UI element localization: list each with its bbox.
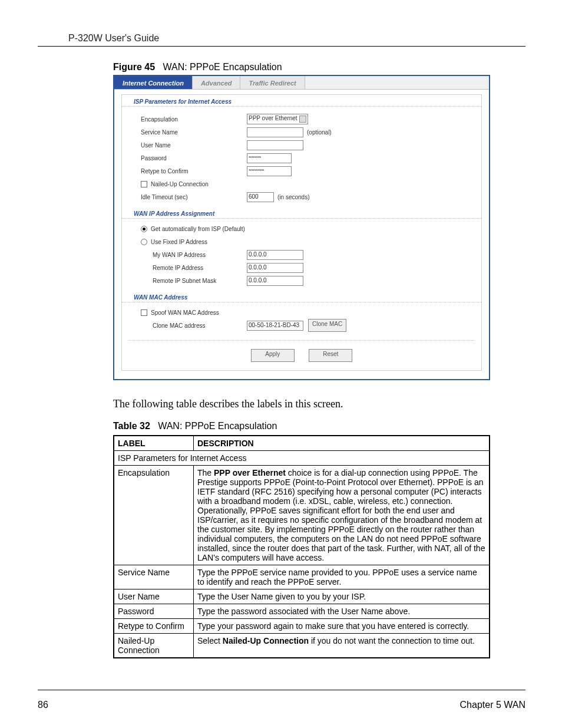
tab-traffic-redirect[interactable]: Traffic Redirect bbox=[240, 76, 305, 89]
section-wan-mac-header: WAN MAC Address bbox=[122, 291, 481, 302]
chapter-label: Chapter 5 WAN bbox=[460, 700, 525, 710]
remote-subnet-label: Remote IP Subnet Mask bbox=[153, 278, 247, 284]
doc-title: P-320W User's Guide bbox=[68, 33, 525, 44]
idle-timeout-label: Idle Timeout (sec) bbox=[141, 194, 247, 200]
remote-ip-input[interactable]: 0.0.0.0 bbox=[247, 263, 303, 273]
my-wan-ip-label: My WAN IP Address bbox=[153, 252, 247, 258]
my-wan-ip-input[interactable]: 0.0.0.0 bbox=[247, 250, 303, 260]
user-name-input[interactable] bbox=[247, 140, 303, 150]
spoof-mac-label: Spoof WAN MAC Address bbox=[151, 309, 219, 316]
cell-label: User Name bbox=[114, 589, 194, 604]
cell-desc: Select Nailed-Up Connection if you do no… bbox=[194, 634, 490, 658]
clone-mac-input[interactable]: 00-50-18-21-BD-43 bbox=[247, 321, 303, 331]
table-row: Retype to Confirm Type your password aga… bbox=[114, 619, 490, 634]
table-row: Nailed-Up Connection Select Nailed-Up Co… bbox=[114, 634, 490, 658]
cell-desc: Type the password associated with the Us… bbox=[194, 604, 490, 619]
th-label: LABEL bbox=[114, 436, 194, 451]
description-table: LABEL DESCRIPTION ISP Parameters for Int… bbox=[113, 435, 490, 658]
cell-label: Service Name bbox=[114, 565, 194, 589]
nailed-up-label: Nailed-Up Connection bbox=[151, 181, 209, 187]
use-fixed-label: Use Fixed IP Address bbox=[151, 239, 207, 245]
idle-timeout-input[interactable]: 600 bbox=[247, 192, 274, 202]
user-name-label: User Name bbox=[141, 142, 247, 149]
retype-label: Retype to Confirm bbox=[141, 168, 247, 174]
encapsulation-label: Encapsulation bbox=[141, 116, 247, 123]
figure-label: Figure 45 bbox=[113, 62, 155, 72]
cell-label: Password bbox=[114, 604, 194, 619]
cell-desc: Type your password again to make sure th… bbox=[194, 619, 490, 634]
apply-button[interactable]: Apply bbox=[251, 349, 295, 362]
remote-subnet-input[interactable]: 0.0.0.0 bbox=[247, 276, 303, 286]
body-text: The following table describes the labels… bbox=[113, 398, 525, 410]
cell-label: Encapsulation bbox=[114, 466, 194, 565]
footer: 86 Chapter 5 WAN bbox=[38, 700, 525, 710]
radio-use-fixed[interactable] bbox=[141, 239, 147, 245]
nailed-up-checkbox[interactable] bbox=[141, 181, 147, 187]
figure-text: WAN: PPPoE Encapsulation bbox=[163, 62, 282, 72]
tab-internet-connection[interactable]: Internet Connection bbox=[114, 76, 193, 89]
table-label: Table 32 bbox=[113, 421, 150, 431]
table-text: WAN: PPPoE Encapsulation bbox=[158, 421, 277, 431]
remote-ip-label: Remote IP Address bbox=[153, 265, 247, 271]
cell-desc: The PPP over Ethernet choice is for a di… bbox=[194, 466, 490, 565]
idle-timeout-note: (in seconds) bbox=[277, 194, 309, 200]
service-name-input[interactable] bbox=[247, 127, 303, 137]
footer-rule bbox=[38, 690, 525, 690]
th-description: DESCRIPTION bbox=[194, 436, 490, 451]
screenshot: Internet Connection Advanced Traffic Red… bbox=[113, 75, 490, 380]
page-number: 86 bbox=[38, 700, 48, 710]
radio-get-auto[interactable] bbox=[141, 226, 147, 232]
service-name-label: Service Name bbox=[141, 129, 247, 136]
spoof-mac-checkbox[interactable] bbox=[141, 309, 147, 316]
password-label: Password bbox=[141, 155, 247, 162]
get-auto-label: Get automatically from ISP (Default) bbox=[151, 226, 245, 232]
cell-label: Nailed-Up Connection bbox=[114, 634, 194, 658]
table-row: Encapsulation The PPP over Ethernet choi… bbox=[114, 466, 490, 565]
table-row: Password Type the password associated wi… bbox=[114, 604, 490, 619]
table-row: Service Name Type the PPPoE service name… bbox=[114, 565, 490, 589]
encapsulation-select[interactable]: PPP over Ethernet bbox=[247, 114, 308, 124]
figure-caption: Figure 45 WAN: PPPoE Encapsulation bbox=[113, 62, 525, 73]
button-row: Apply Reset bbox=[129, 340, 474, 362]
clone-mac-button[interactable]: Clone MAC bbox=[308, 319, 346, 332]
tab-advanced[interactable]: Advanced bbox=[193, 76, 241, 89]
tab-bar: Internet Connection Advanced Traffic Red… bbox=[114, 76, 489, 90]
cell-desc: Type the PPPoE service name provided to … bbox=[194, 565, 490, 589]
retype-input[interactable]: ********** bbox=[247, 166, 292, 176]
table-row: User Name Type the User Name given to yo… bbox=[114, 589, 490, 604]
section-wan-ip-header: WAN IP Address Assignment bbox=[122, 207, 481, 219]
service-name-note: (optional) bbox=[307, 129, 332, 136]
clone-mac-label: Clone MAC address bbox=[153, 322, 247, 329]
cell-label: Retype to Confirm bbox=[114, 619, 194, 634]
password-input[interactable]: ******** bbox=[247, 153, 292, 163]
section-isp-header: ISP Parameters for Internet Access bbox=[122, 95, 481, 107]
reset-button[interactable]: Reset bbox=[309, 349, 352, 362]
table-caption: Table 32 WAN: PPPoE Encapsulation bbox=[113, 421, 525, 431]
cell-desc: Type the User Name given to you by your … bbox=[194, 589, 490, 604]
section-row-isp: ISP Parameters for Internet Access bbox=[114, 451, 490, 466]
header-rule bbox=[38, 46, 525, 47]
